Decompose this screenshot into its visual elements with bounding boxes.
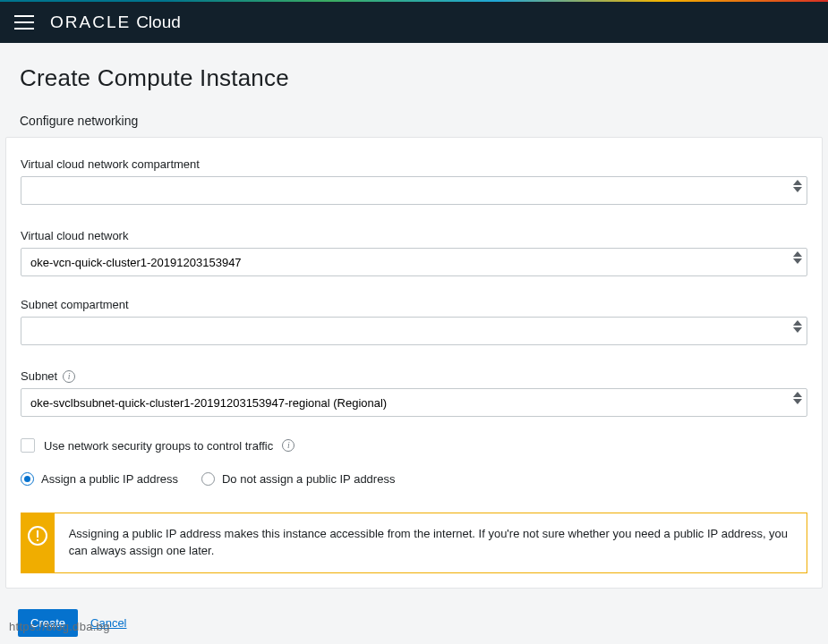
select-vcn[interactable]: oke-vcn-quick-cluster1-20191203153947 [21,248,807,276]
label-subnet: Subnet [21,369,57,383]
select-spinner-icon[interactable] [793,320,802,333]
topbar: ORACLE Cloud [0,2,828,43]
select-subnet[interactable]: oke-svclbsubnet-quick-cluster1-201912031… [21,388,807,417]
field-vcn-compartment: Virtual cloud network compartment [21,157,807,208]
footer-actions: Create Cancel [18,609,127,637]
warning-icon [28,526,47,546]
alert-bar [21,513,55,572]
hamburger-menu-icon[interactable] [14,15,34,30]
svg-marker-1 [793,187,802,192]
radio-no-public-ip[interactable]: Do not assign a public IP address [201,472,395,486]
field-subnet-compartment: Subnet compartment [21,298,807,348]
label-vcn-compartment: Virtual cloud network compartment [21,157,807,171]
networking-card: Virtual cloud network compartment Virtua… [5,137,823,589]
brand-logo[interactable]: ORACLE Cloud [50,13,181,32]
page-title: Create Compute Instance [20,64,826,92]
radio-icon [21,472,34,486]
select-spinner-icon[interactable] [793,392,802,404]
public-ip-alert: Assigning a public IP address makes this… [21,513,807,573]
brand-oracle-text: ORACLE [50,13,131,32]
nsg-row: Use network security groups to control t… [21,438,807,453]
svg-marker-0 [793,180,802,185]
field-vcn: Virtual cloud network oke-vcn-quick-clus… [21,229,807,276]
label-subnet-compartment: Subnet compartment [21,298,807,311]
radio-icon [201,472,215,486]
brand-cloud-text: Cloud [136,13,181,32]
section-label: Configure networking [20,114,826,128]
select-subnet-compartment[interactable] [21,317,807,345]
radio-noassign-label: Do not assign a public IP address [222,472,395,486]
svg-marker-2 [793,251,802,257]
create-button[interactable]: Create [18,609,78,637]
svg-marker-4 [793,320,802,326]
page: Create Compute Instance Configure networ… [0,43,828,589]
label-vcn: Virtual cloud network [21,229,807,242]
select-vcn-compartment[interactable] [21,176,807,205]
cancel-button[interactable]: Cancel [90,616,126,630]
alert-text: Assigning a public IP address makes this… [55,513,807,572]
select-spinner-icon[interactable] [793,180,802,192]
svg-marker-6 [793,392,802,397]
public-ip-radio-group: Assign a public IP address Do not assign… [21,472,807,486]
svg-marker-7 [793,399,802,404]
field-subnet: Subnet i oke-svclbsubnet-quick-cluster1-… [21,369,807,417]
nsg-label: Use network security groups to control t… [44,439,273,453]
radio-assign-label: Assign a public IP address [41,472,178,486]
svg-marker-3 [793,258,802,264]
radio-assign-public-ip[interactable]: Assign a public IP address [21,472,178,486]
info-icon[interactable]: i [63,370,75,383]
nsg-checkbox[interactable] [21,438,35,453]
info-icon[interactable]: i [282,439,294,452]
select-spinner-icon[interactable] [793,251,802,264]
svg-marker-5 [793,327,802,333]
